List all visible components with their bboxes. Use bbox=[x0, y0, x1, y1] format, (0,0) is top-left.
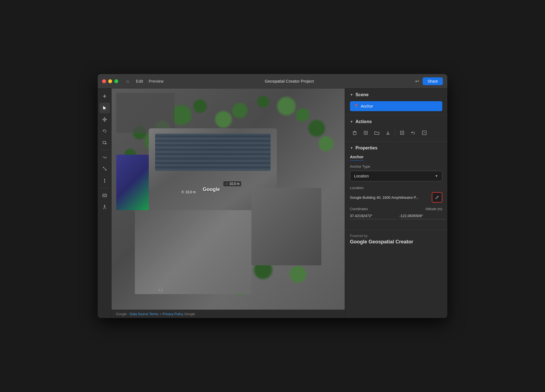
actions-toolbar bbox=[350, 128, 442, 138]
actions-section-header[interactable]: ▼ Actions bbox=[345, 115, 447, 128]
svg-rect-20 bbox=[402, 132, 403, 133]
transform-action-button[interactable] bbox=[397, 128, 407, 138]
svg-rect-10 bbox=[103, 194, 107, 197]
coords-header: Coordinates Altitude (m) bbox=[350, 207, 442, 211]
svg-rect-13 bbox=[353, 132, 356, 135]
data-source-terms-link[interactable]: Data Source Terms bbox=[130, 312, 158, 316]
menu: Edit Preview bbox=[136, 79, 163, 83]
rotate-tool-button[interactable] bbox=[99, 126, 110, 136]
anchor-location-icon: 📍 bbox=[354, 104, 359, 108]
anchor-scene-item[interactable]: 📍 Anchor bbox=[350, 101, 442, 111]
coordinates-row bbox=[350, 213, 442, 219]
properties-section-header[interactable]: ▼ Properties bbox=[345, 142, 447, 154]
measurement-overlay-1: ← 10,0 m bbox=[223, 181, 241, 186]
privacy-policy-link[interactable]: Privacy Policy bbox=[163, 312, 183, 316]
latitude-input[interactable] bbox=[350, 213, 397, 219]
titlebar-right: ↩ Share bbox=[415, 77, 443, 85]
download-action-button[interactable] bbox=[383, 128, 393, 138]
properties-section: ▼ Properties Anchor Anchor Type Location… bbox=[345, 142, 447, 230]
anchor-type-label: Anchor Type bbox=[350, 164, 442, 169]
anchor-item-label: Anchor bbox=[361, 104, 373, 108]
undo-action-button[interactable] bbox=[408, 128, 418, 138]
vertical-tool-button[interactable] bbox=[99, 175, 110, 186]
titlebar: ⌂ Edit Preview Geospatial Creator Projec… bbox=[98, 74, 447, 88]
solar-panels bbox=[155, 134, 271, 171]
actions-section-title: Actions bbox=[355, 119, 372, 124]
run-button[interactable] bbox=[99, 202, 110, 212]
scene-section-header[interactable]: ▼ Scene bbox=[345, 88, 447, 101]
properties-section-title: Properties bbox=[355, 146, 377, 151]
dropdown-chevron-icon: ▼ bbox=[435, 174, 438, 178]
scene-section: ▼ Scene 📍 Anchor bbox=[345, 88, 447, 115]
powered-by-label: Powered by: bbox=[350, 234, 442, 238]
footer-suffix: Google bbox=[184, 312, 195, 316]
app-window: ⌂ Edit Preview Geospatial Creator Projec… bbox=[98, 74, 447, 318]
map-canvas: Google ← 10,0 m X: 10,0 m Y Z bbox=[112, 88, 345, 310]
select-tool-button[interactable] bbox=[99, 103, 110, 113]
footer-separator: + bbox=[160, 312, 162, 316]
anchor-type-dropdown[interactable]: Location ▼ bbox=[350, 171, 442, 181]
location-row: Google Building 40, 1600 Amphitheatre P.… bbox=[350, 192, 442, 203]
left-toolbar bbox=[98, 88, 112, 318]
google-label: Google bbox=[203, 187, 220, 192]
maximize-button[interactable] bbox=[114, 79, 118, 83]
svg-rect-11 bbox=[104, 195, 106, 196]
bottom-building bbox=[135, 210, 251, 294]
window-title: Geospatial Creator Project bbox=[167, 79, 412, 83]
rect-select-button[interactable] bbox=[99, 138, 110, 148]
left-building bbox=[116, 155, 149, 210]
coordinate-axes: Y Z bbox=[158, 289, 163, 292]
parking-lot bbox=[116, 93, 175, 133]
viewport[interactable]: Google ← 10,0 m X: 10,0 m Y Z Google - D… bbox=[112, 88, 345, 318]
location-label: Location bbox=[350, 186, 442, 190]
traffic-lights bbox=[102, 79, 118, 83]
expand-action-button[interactable] bbox=[420, 128, 429, 138]
properties-content: Anchor Anchor Type Location ▼ Location G… bbox=[345, 154, 447, 230]
longitude-input[interactable] bbox=[399, 213, 446, 219]
altitude-label: Altitude (m) bbox=[425, 207, 442, 211]
preview-menu[interactable]: Preview bbox=[149, 79, 163, 83]
layer-button[interactable] bbox=[99, 190, 110, 201]
add-tool-button[interactable] bbox=[99, 91, 110, 101]
powered-by-title: Google Geospatial Creator bbox=[350, 239, 442, 245]
scene-section-title: Scene bbox=[355, 92, 369, 97]
anchor-subsection-title: Anchor bbox=[350, 155, 364, 161]
actions-section: ▼ Actions bbox=[345, 115, 447, 142]
move-tool-button[interactable] bbox=[99, 114, 110, 125]
delete-action-button[interactable] bbox=[350, 128, 359, 138]
measurement-overlay-2: X: 10,0 m bbox=[181, 190, 196, 194]
actions-separator bbox=[395, 129, 395, 136]
coordinates-label: Coordinates bbox=[350, 207, 368, 211]
svg-marker-8 bbox=[104, 179, 105, 180]
share-button[interactable]: Share bbox=[423, 77, 443, 85]
undo-button[interactable]: ↩ bbox=[415, 78, 419, 84]
properties-chevron-icon: ▼ bbox=[350, 146, 353, 150]
actions-toolbar-container bbox=[345, 128, 447, 141]
right-panel: ▼ Scene 📍 Anchor ▼ Actions bbox=[345, 88, 447, 318]
svg-marker-2 bbox=[103, 106, 106, 110]
svg-point-6 bbox=[103, 167, 104, 168]
actions-chevron-icon: ▼ bbox=[350, 120, 353, 124]
powered-by-section: Powered by: Google Geospatial Creator bbox=[345, 230, 447, 250]
content-area: Google ← 10,0 m X: 10,0 m Y Z Google - D… bbox=[98, 88, 447, 318]
svg-rect-19 bbox=[400, 131, 404, 134]
minimize-button[interactable] bbox=[108, 79, 112, 83]
transform-tool-button[interactable] bbox=[99, 164, 110, 174]
home-button[interactable]: ⌂ bbox=[124, 77, 132, 85]
svg-point-12 bbox=[104, 205, 105, 206]
edit-menu[interactable]: Edit bbox=[136, 79, 143, 83]
add-item-action-button[interactable] bbox=[361, 128, 370, 138]
svg-marker-9 bbox=[104, 182, 105, 183]
close-button[interactable] bbox=[102, 79, 106, 83]
viewport-footer: Google - Data Source Terms + Privacy Pol… bbox=[112, 310, 345, 318]
folder-action-button[interactable] bbox=[372, 128, 382, 138]
footer-prefix: Google - bbox=[116, 312, 129, 316]
edit-location-button[interactable] bbox=[432, 192, 442, 203]
scene-chevron-icon: ▼ bbox=[350, 93, 353, 97]
freehand-tool-button[interactable] bbox=[99, 152, 110, 163]
location-value: Google Building 40, 1600 Amphitheatre P.… bbox=[350, 195, 429, 200]
secondary-building bbox=[251, 188, 321, 265]
anchor-type-value: Location bbox=[354, 174, 369, 178]
